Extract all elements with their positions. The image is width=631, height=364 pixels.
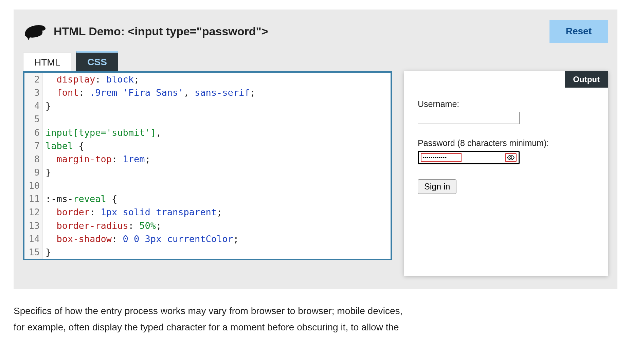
line-number: 13: [24, 219, 43, 232]
code-content: }: [43, 99, 51, 112]
code-line: 5: [24, 112, 391, 126]
tab-html[interactable]: HTML: [23, 53, 71, 71]
code-content: }: [43, 245, 51, 259]
code-line: 15}: [24, 245, 391, 259]
code-line: 3 font: .9rem 'Fira Sans', sans-serif;: [24, 86, 391, 99]
code-line: 12 border: 1px solid transparent;: [24, 205, 391, 219]
demo-title: HTML Demo: <input type="password">: [54, 25, 549, 38]
code-content: [43, 179, 51, 192]
code-content: }: [43, 166, 51, 179]
code-editor-area: HTML CSS 2 display: block;3 font: .9rem …: [23, 52, 392, 276]
code-content: font: .9rem 'Fira Sans', sans-serif;: [43, 86, 255, 99]
demo-panel: HTML Demo: <input type="password"> Reset…: [14, 10, 617, 289]
code-line: 8 margin-top: 1rem;: [24, 152, 391, 166]
editor-tabs: HTML CSS: [23, 52, 392, 71]
line-number: 10: [24, 179, 43, 192]
reveal-password-icon[interactable]: [505, 153, 517, 162]
code-line: 6input[type='submit'],: [24, 126, 391, 139]
line-number: 7: [24, 139, 43, 152]
tab-css[interactable]: CSS: [76, 51, 118, 71]
code-line: 14 box-shadow: 0 0 3px currentColor;: [24, 232, 391, 245]
code-line: 10: [24, 179, 391, 192]
reset-button[interactable]: Reset: [549, 20, 608, 43]
code-content: [43, 112, 51, 126]
article-line-2: for example, often display the typed cha…: [14, 319, 435, 335]
line-number: 5: [24, 112, 43, 126]
article-paragraph: Specifics of how the entry process works…: [14, 303, 435, 335]
demo-header: HTML Demo: <input type="password"> Reset: [23, 20, 608, 43]
line-number: 3: [24, 86, 43, 99]
password-label: Password (8 characters minimum):: [418, 138, 594, 148]
password-input[interactable]: ••••••••••••: [418, 151, 520, 164]
code-line: 7label {: [24, 139, 391, 152]
code-content: border-radius: 50%;: [43, 219, 161, 232]
code-editor[interactable]: 2 display: block;3 font: .9rem 'Fira San…: [23, 71, 392, 260]
line-number: 8: [24, 152, 43, 166]
svg-point-0: [510, 157, 512, 159]
output-panel-label: Output: [565, 71, 608, 88]
code-content: input[type='submit'],: [43, 126, 161, 139]
code-line: 13 border-radius: 50%;: [24, 219, 391, 232]
code-content: border: 1px solid transparent;: [43, 205, 222, 219]
line-number: 12: [24, 205, 43, 219]
line-number: 11: [24, 192, 43, 205]
line-number: 2: [24, 73, 43, 86]
password-text: ••••••••••••: [421, 153, 462, 162]
line-number: 15: [24, 245, 43, 259]
username-input[interactable]: [418, 112, 520, 124]
signin-button[interactable]: Sign in: [418, 179, 456, 194]
output-panel: Output Username: Password (8 characters …: [404, 71, 608, 276]
code-content: display: block;: [43, 73, 139, 86]
code-content: box-shadow: 0 0 3px currentColor;: [43, 232, 239, 245]
code-line: 11:-ms-reveal {: [24, 192, 391, 205]
code-content: margin-top: 1rem;: [43, 152, 150, 166]
password-mask: ••••••••••••: [423, 155, 447, 160]
line-number: 4: [24, 99, 43, 112]
code-line: 4}: [24, 99, 391, 112]
dino-logo-icon: [23, 22, 48, 40]
code-line: 9}: [24, 166, 391, 179]
article-line-1: Specifics of how the entry process works…: [14, 303, 435, 319]
line-number: 6: [24, 126, 43, 139]
line-number: 9: [24, 166, 43, 179]
code-content: label {: [43, 139, 84, 152]
username-label: Username:: [418, 99, 594, 109]
code-line: 2 display: block;: [24, 73, 391, 86]
code-content: :-ms-reveal {: [43, 192, 117, 205]
line-number: 14: [24, 232, 43, 245]
